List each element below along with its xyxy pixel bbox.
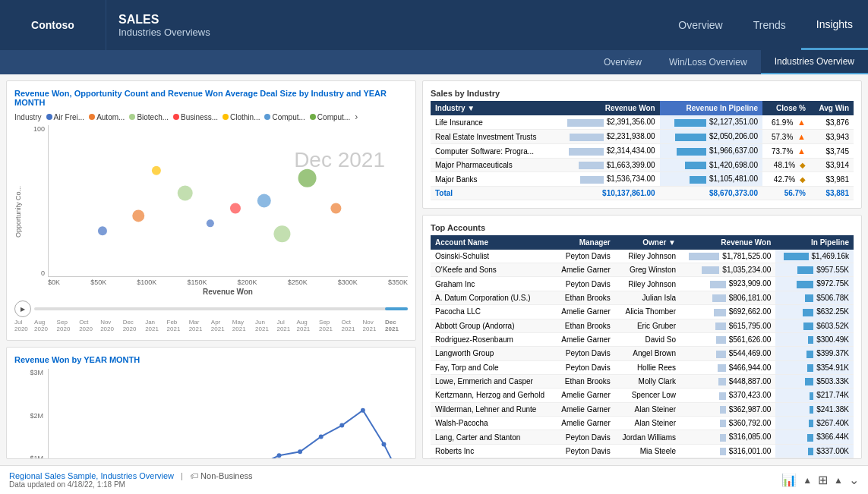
account-manager: Amelie Garner	[554, 389, 615, 402]
y-tick-2m: $2M	[14, 412, 43, 420]
top-accounts-card: Top Accounts Account Name Manager Owner …	[422, 215, 862, 459]
account-name: Osinski-Schulist	[431, 250, 554, 263]
table-row: Lowe, Emmerich and Casper Ethan Brooks M…	[431, 374, 854, 388]
timeline-slider: ▶	[14, 300, 408, 317]
avg-win-val: $3,881	[810, 186, 854, 200]
subtab-overview[interactable]: Overview	[590, 50, 655, 74]
revenue-won-val: $2,314,434.00	[553, 144, 660, 159]
slider-track[interactable]	[34, 307, 408, 310]
col-close-pct[interactable]: Close %	[762, 101, 810, 115]
acct-pipeline: $603.52K	[775, 319, 854, 332]
pipeline-val: $2,127,351.00	[660, 115, 762, 130]
avg-win-val: $3,943	[810, 130, 854, 144]
col-owner[interactable]: Owner ▼	[615, 235, 680, 250]
table-row: Real Estate Investment Trusts $2,231,938…	[431, 130, 854, 144]
account-name: Walsh-Pacocha	[431, 417, 554, 430]
account-owner: Riley Johnson	[615, 277, 680, 291]
svg-point-25	[361, 408, 365, 413]
account-manager: Ethan Brooks	[554, 319, 615, 332]
close-pct-val: 73.7% ▲	[762, 144, 810, 159]
table-row: Abbott Group (Andorra) Ethan Brooks Eric…	[431, 319, 854, 332]
bottom-link-row: Regional Sales Sample, Industries Overvi…	[9, 471, 253, 480]
account-owner: Alan Steiner	[615, 402, 680, 416]
account-manager: Peyton Davis	[554, 277, 615, 291]
svg-point-9	[273, 225, 290, 242]
close-pct-val: 61.9% ▲	[762, 115, 810, 130]
account-owner: Alan Steiner	[615, 417, 680, 430]
table-row: O'Keefe and Sons Amelie Garner Greg Wins…	[431, 263, 854, 277]
account-name: Total	[431, 458, 680, 459]
nav-title: SALES	[118, 13, 663, 27]
acct-revenue-won: $448,887.00	[680, 374, 775, 388]
account-owner: Greg Winston	[615, 263, 680, 277]
table-row: Total $10,137,861.00 $8,670,373.00 56.7%…	[431, 186, 854, 200]
col-in-pipeline[interactable]: In Pipeline	[775, 235, 854, 250]
play-button[interactable]: ▶	[14, 300, 31, 317]
legend-comp1: Comput...	[264, 113, 305, 121]
col-industry[interactable]: Industry ▼	[431, 101, 553, 115]
acct-pipeline: $503.33K	[775, 374, 854, 388]
time-labels: Jul 2020Aug 2020Sep 2020Oct 2020Nov 2020…	[14, 319, 408, 332]
account-name: Rodriguez-Rosenbaum	[431, 332, 554, 346]
col-revenue-won[interactable]: Revenue Won	[553, 101, 660, 115]
right-panel: Sales by Industry Industry ▼ Revenue Won…	[422, 80, 862, 459]
account-manager: Peyton Davis	[554, 430, 615, 444]
close-pct-val: 48.1% ◆	[762, 159, 810, 172]
account-name: Wilderman, Lehner and Runte	[431, 402, 554, 416]
down-arrow-icon2[interactable]: ▲	[834, 475, 843, 486]
tab-overview[interactable]: Overview	[663, 0, 737, 50]
svg-point-0	[98, 226, 107, 235]
subtab-winloss[interactable]: Win/Loss Overview	[655, 50, 761, 74]
account-name: Kertzmann, Herzog and Gerhold	[431, 389, 554, 402]
scatter-date: Dec 2021	[294, 148, 385, 172]
scatter-chart-title: Revenue Won, Opportunity Count and Reven…	[14, 89, 408, 107]
svg-point-22	[298, 449, 302, 454]
nav-center: SALES Industries Overviews	[106, 0, 663, 50]
tab-trends[interactable]: Trends	[738, 0, 801, 50]
account-manager: Amelie Garner	[554, 402, 615, 416]
col-acct-revenue-won[interactable]: Revenue Won	[680, 235, 775, 250]
legend-air: Air Frei...	[46, 113, 85, 121]
acct-revenue-won: $1,035,234.00	[680, 263, 775, 277]
table-row: Osinski-Schulist Peyton Davis Riley John…	[431, 250, 854, 263]
account-owner: Julian Isla	[615, 291, 680, 304]
pipeline-val: $1,966,637.00	[660, 144, 762, 159]
table-row: Pacocha LLC Amelie Garner Alicia Thomber…	[431, 305, 854, 319]
legend-more[interactable]: ›	[355, 112, 358, 122]
report-link[interactable]: Regional Sales Sample, Industries Overvi…	[9, 471, 174, 480]
acct-pipeline: $354.91K	[775, 360, 854, 374]
sales-by-industry-title: Sales by Industry	[431, 89, 854, 98]
col-avg-win[interactable]: Avg Win	[810, 101, 854, 115]
bottom-left: Regional Sales Sample, Industries Overvi…	[9, 471, 253, 489]
legend-cloth: Clothin...	[223, 113, 260, 121]
chart-icon[interactable]: 📊	[781, 473, 797, 487]
col-account-name[interactable]: Account Name	[431, 235, 554, 250]
acct-pipeline: $267.40K	[775, 417, 854, 430]
top-nav: Contoso SALES Industries Overviews Overv…	[0, 0, 868, 50]
sales-by-industry-table: Industry ▼ Revenue Won Revenue In Pipeli…	[431, 101, 854, 200]
account-manager: Peyton Davis	[554, 444, 615, 458]
expand-icon[interactable]: ⌄	[849, 473, 859, 487]
avg-win-val: $3,876	[810, 115, 854, 130]
svg-point-6	[152, 166, 161, 175]
svg-point-24	[339, 423, 344, 428]
table-row: Computer Software: Progra... $2,314,434.…	[431, 144, 854, 159]
pipeline-val: $1,105,481.00	[660, 172, 762, 186]
acct-revenue-won: $615,795.00	[680, 319, 775, 332]
account-owner: Hollie Rees	[615, 360, 680, 374]
account-name: Fay, Torp and Cole	[431, 360, 554, 374]
pipeline-val: $1,420,698.00	[660, 159, 762, 172]
grid-icon[interactable]: ⊞	[818, 473, 828, 487]
col-revenue-pipeline[interactable]: Revenue In Pipeline	[660, 101, 762, 115]
svg-point-1	[132, 209, 144, 222]
acct-revenue-won: $21,562,676.00	[680, 458, 775, 459]
tab-insights[interactable]: Insights	[801, 0, 868, 50]
acct-pipeline: $337.00K	[775, 444, 854, 458]
bottom-right: 📊 ▲ ⊞ ▲ ⌄	[781, 473, 859, 487]
subtab-industries[interactable]: Industries Overview	[761, 50, 868, 74]
line-chart-area	[48, 369, 408, 459]
up-arrow-icon[interactable]: ▲	[803, 475, 812, 486]
svg-point-8	[330, 203, 341, 213]
table-row: Life Insurance $2,391,356.00 $2,127,351.…	[431, 115, 854, 130]
col-manager[interactable]: Manager	[554, 235, 615, 250]
